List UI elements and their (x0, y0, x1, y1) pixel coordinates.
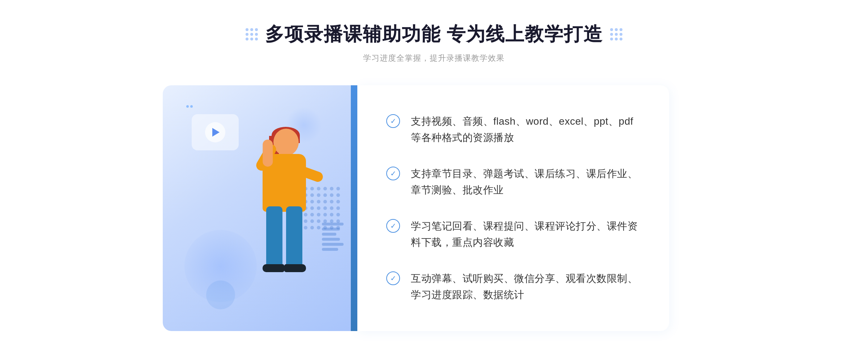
check-icon-4: ✓ (386, 271, 400, 285)
checkmark-4: ✓ (390, 275, 396, 282)
feature-item-3: ✓ 学习笔记回看、课程提问、课程评论打分、课件资料下载，重点内容收藏 (386, 211, 640, 258)
feature-text-2: 支持章节目录、弹题考试、课后练习、课后作业、章节测验、批改作业 (411, 166, 640, 198)
person-shoe-left (263, 264, 284, 272)
header-section: 多项录播课辅助功能 专为线上教学打造 学习进度全掌握，提升录播课教学效果 (246, 22, 622, 64)
checkmark-1: ✓ (390, 117, 396, 125)
features-panel: ✓ 支持视频、音频、flash、word、excel、ppt、pdf等各种格式的… (357, 85, 669, 331)
right-dots-decoration (610, 28, 622, 40)
person-arm-left-lower (263, 139, 273, 167)
feature-text-3: 学习笔记回看、课程提问、课程评论打分、课件资料下载，重点内容收藏 (411, 218, 640, 251)
person-leg-right (286, 206, 302, 271)
page-title: 多项录播课辅助功能 专为线上教学打造 (265, 22, 603, 47)
illustration-panel (163, 85, 351, 331)
feature-item-4: ✓ 互动弹幕、试听购买、微信分享、观看次数限制、学习进度跟踪、数据统计 (386, 263, 640, 310)
check-icon-2: ✓ (386, 167, 400, 180)
person-illustration (226, 129, 328, 331)
sparkle-decoration (186, 105, 193, 108)
checkmark-3: ✓ (390, 222, 396, 229)
left-dots-decoration (246, 28, 258, 40)
accent-bar (351, 85, 357, 331)
play-triangle-icon (212, 128, 220, 137)
feature-item-1: ✓ 支持视频、音频、flash、word、excel、ppt、pdf等各种格式的… (386, 106, 640, 153)
person-leg-left (266, 206, 282, 271)
feature-text-1: 支持视频、音频、flash、word、excel、ppt、pdf等各种格式的资源… (411, 113, 640, 146)
play-button-icon (205, 122, 225, 142)
check-icon-1: ✓ (386, 114, 400, 128)
feature-item-2: ✓ 支持章节目录、弹题考试、课后练习、课后作业、章节测验、批改作业 (386, 159, 640, 206)
check-icon-3: ✓ (386, 219, 400, 233)
feature-text-4: 互动弹幕、试听购买、微信分享、观看次数限制、学习进度跟踪、数据统计 (411, 271, 640, 303)
checkmark-2: ✓ (390, 170, 396, 177)
page-subtitle: 学习进度全掌握，提升录播课教学效果 (246, 53, 622, 64)
person-shoe-right (284, 264, 306, 272)
person-head (273, 129, 299, 156)
content-area: ✓ 支持视频、音频、flash、word、excel、ppt、pdf等各种格式的… (163, 85, 669, 331)
